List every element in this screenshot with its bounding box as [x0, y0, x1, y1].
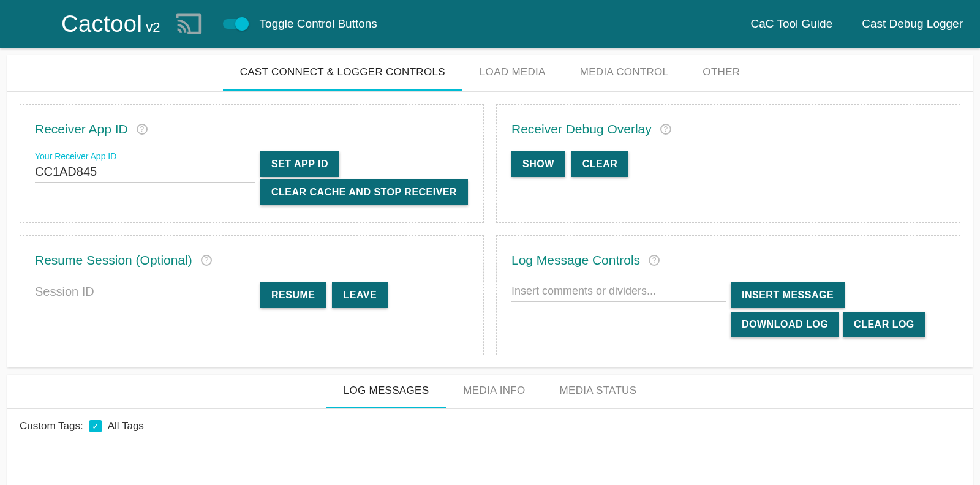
- card-title-text: Receiver Debug Overlay: [511, 122, 652, 137]
- card-title: Resume Session (Optional) ?: [35, 253, 469, 268]
- tab-log-messages[interactable]: LOG MESSAGES: [326, 375, 447, 408]
- logo-text-main: Cactool: [61, 11, 142, 37]
- custom-tags-row: Custom Tags: ✓ All Tags: [7, 409, 973, 443]
- set-app-id-button[interactable]: SET APP ID: [260, 151, 339, 177]
- card-title-text: Receiver App ID: [35, 122, 128, 137]
- leave-button[interactable]: LEAVE: [332, 282, 388, 308]
- help-icon[interactable]: ?: [201, 255, 212, 266]
- input-label-receiver-app-id: Your Receiver App ID: [35, 151, 255, 161]
- resume-button[interactable]: RESUME: [260, 282, 326, 308]
- log-tabs: LOG MESSAGES MEDIA INFO MEDIA STATUS: [7, 375, 973, 409]
- session-id-input[interactable]: [35, 282, 255, 303]
- insert-message-button[interactable]: INSERT MESSAGE: [731, 282, 845, 308]
- log-panel: LOG MESSAGES MEDIA INFO MEDIA STATUS Cus…: [7, 375, 973, 485]
- card-title: Receiver App ID ?: [35, 122, 469, 137]
- log-comment-input[interactable]: [511, 282, 726, 302]
- card-receiver-debug-overlay: Receiver Debug Overlay ? SHOW CLEAR: [496, 104, 960, 223]
- download-log-button[interactable]: DOWNLOAD LOG: [731, 312, 839, 337]
- app-logo: Cactool v2: [61, 11, 160, 37]
- all-tags-checkbox[interactable]: ✓: [89, 420, 102, 432]
- toggle-switch[interactable]: [223, 19, 247, 29]
- toggle-control-buttons[interactable]: Toggle Control Buttons: [223, 17, 377, 31]
- main-tabs: CAST CONNECT & LOGGER CONTROLS LOAD MEDI…: [7, 55, 973, 92]
- tab-media-control[interactable]: MEDIA CONTROL: [563, 55, 686, 91]
- card-title: Log Message Controls ?: [511, 253, 945, 268]
- tab-cast-connect[interactable]: CAST CONNECT & LOGGER CONTROLS: [223, 55, 462, 91]
- tab-media-status[interactable]: MEDIA STATUS: [543, 375, 654, 408]
- all-tags-label: All Tags: [108, 420, 144, 432]
- custom-tags-label: Custom Tags:: [20, 420, 83, 432]
- main-panel: CAST CONNECT & LOGGER CONTROLS LOAD MEDI…: [7, 55, 973, 367]
- receiver-app-id-input[interactable]: [35, 162, 255, 183]
- toggle-label: Toggle Control Buttons: [260, 17, 377, 31]
- help-icon[interactable]: ?: [649, 255, 660, 266]
- card-title-text: Log Message Controls: [511, 253, 640, 268]
- tab-other[interactable]: OTHER: [685, 55, 757, 91]
- tab-load-media[interactable]: LOAD MEDIA: [462, 55, 563, 91]
- card-title: Receiver Debug Overlay ?: [511, 122, 945, 137]
- card-receiver-app-id: Receiver App ID ? Your Receiver App ID S…: [20, 104, 484, 223]
- show-overlay-button[interactable]: SHOW: [511, 151, 565, 177]
- cast-icon[interactable]: [172, 10, 206, 37]
- clear-log-button[interactable]: CLEAR LOG: [843, 312, 925, 337]
- link-cast-debug-logger[interactable]: Cast Debug Logger: [862, 17, 963, 31]
- help-icon[interactable]: ?: [137, 124, 148, 135]
- tab-media-info[interactable]: MEDIA INFO: [446, 375, 542, 408]
- clear-overlay-button[interactable]: CLEAR: [571, 151, 629, 177]
- card-title-text: Resume Session (Optional): [35, 253, 192, 268]
- clear-cache-stop-receiver-button[interactable]: CLEAR CACHE AND STOP RECEIVER: [260, 179, 468, 205]
- link-cac-tool-guide[interactable]: CaC Tool Guide: [750, 17, 832, 31]
- logo-text-version: v2: [146, 20, 160, 36]
- app-header: Cactool v2 Toggle Control Buttons CaC To…: [0, 0, 980, 48]
- card-resume-session: Resume Session (Optional) ? RESUME LEAVE: [20, 235, 484, 355]
- help-icon[interactable]: ?: [660, 124, 671, 135]
- toggle-knob: [235, 17, 249, 31]
- cards-grid: Receiver App ID ? Your Receiver App ID S…: [7, 92, 973, 367]
- card-log-message-controls: Log Message Controls ? INSERT MESSAGE DO…: [496, 235, 960, 355]
